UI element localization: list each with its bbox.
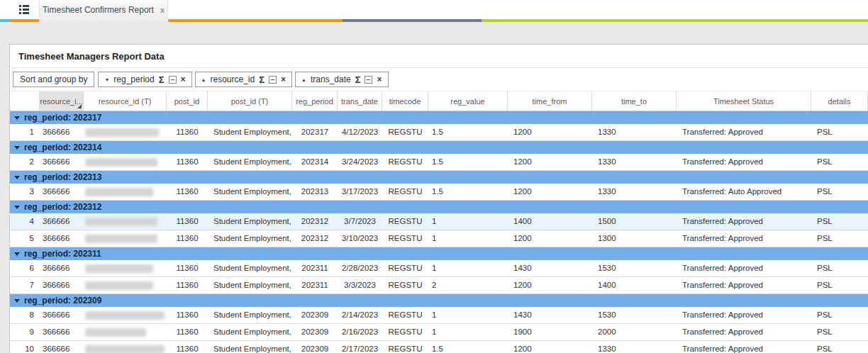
cell-reg_value: 1.5	[428, 124, 508, 140]
cell-post_id_t: Student Employment, ...	[208, 124, 292, 140]
group-collapse-icon[interactable]	[14, 252, 20, 256]
column-header-time_from[interactable]: time_from	[508, 91, 592, 111]
chip-label: resource_id	[210, 74, 255, 84]
column-header-resource_id[interactable]: resource_i...	[40, 91, 84, 111]
cell-post_id: 11360	[167, 213, 208, 230]
cell-resource_name	[84, 213, 167, 230]
cell-post_id: 11360	[167, 154, 208, 170]
group-chip-trans_date[interactable]: ▲trans_dateΣ×	[295, 72, 388, 87]
column-header-resource_name[interactable]: resource_id (T)	[84, 91, 167, 111]
cell-timecode: REGSTU	[382, 277, 428, 293]
sort-asc-icon: ▲	[301, 77, 306, 82]
cell-post_id_t: Student Employment, ...	[208, 341, 292, 353]
cell-num: 8	[10, 307, 40, 323]
cell-reg_period: 202314	[292, 154, 338, 170]
group-row[interactable]: reg_period: 202314	[10, 141, 868, 154]
redacted-name	[85, 311, 165, 320]
group-label: reg_period: 202313	[24, 172, 101, 182]
column-header-details[interactable]: details	[811, 91, 868, 111]
table-row[interactable]: 236666611360Student Employment, ...20231…	[10, 154, 868, 171]
table-row[interactable]: 1036666611360Student Employment, ...2023…	[10, 341, 868, 353]
cell-status: Transferred: Approved	[677, 230, 811, 247]
sum-icon[interactable]: Σ	[355, 75, 361, 84]
group-label: reg_period: 202312	[24, 202, 101, 212]
cell-trans_date: 2/16/2023	[338, 324, 382, 340]
cell-resource_name	[84, 124, 167, 140]
group-chip-resource_id[interactable]: ▲resource_idΣ×	[195, 72, 292, 87]
cell-resource_name	[84, 307, 167, 323]
cell-trans_date: 4/12/2023	[338, 124, 382, 140]
cell-details: PSL	[811, 124, 868, 140]
table-row[interactable]: 736666611360Student Employment, ...20231…	[10, 277, 868, 294]
report-panel: Timesheet Managers Report Data Sort and …	[9, 44, 868, 353]
collapse-icon[interactable]	[169, 76, 177, 84]
group-collapse-icon[interactable]	[14, 176, 20, 179]
cell-post_id_t: Student Employment, ...	[208, 324, 292, 340]
cell-time_from: 1430	[508, 307, 592, 323]
cell-reg_period: 202311	[292, 277, 338, 293]
table-row[interactable]: 936666611360Student Employment, ...20230…	[10, 324, 868, 341]
column-header-num[interactable]	[10, 91, 40, 111]
cell-reg_period: 202313	[292, 184, 338, 200]
menu-button[interactable]	[9, 0, 39, 19]
group-collapse-icon[interactable]	[14, 206, 20, 209]
table-row[interactable]: 636666611360Student Employment, ...20231…	[10, 260, 868, 277]
cell-post_id_t: Student Employment, ...	[208, 277, 292, 293]
cell-reg_value: 1.5	[428, 154, 508, 170]
cell-reg_period: 202309	[292, 341, 338, 353]
cell-timecode: REGSTU	[382, 213, 428, 230]
remove-group-icon[interactable]: ×	[281, 75, 286, 84]
column-header-time_to[interactable]: time_to	[592, 91, 677, 111]
column-header-post_id_t[interactable]: post_id (T)	[208, 91, 292, 111]
group-collapse-icon[interactable]	[14, 116, 20, 120]
table-row[interactable]: 436666611360Student Employment, ...20231…	[10, 213, 868, 230]
table-row[interactable]: 136666611360Student Employment, ...20231…	[10, 124, 868, 141]
column-header-trans_date[interactable]: trans_date	[338, 91, 382, 111]
remove-group-icon[interactable]: ×	[181, 75, 186, 84]
cell-time_from: 1200	[508, 341, 592, 353]
cell-time_from: 1200	[508, 184, 592, 200]
column-header-reg_value[interactable]: reg_value	[428, 91, 508, 111]
sum-icon[interactable]: Σ	[159, 75, 165, 84]
table-row[interactable]: 336666611360Student Employment, ...20231…	[10, 184, 868, 201]
group-row[interactable]: reg_period: 202317	[10, 111, 868, 124]
table-row[interactable]: 536666611360Student Employment, ...20231…	[10, 230, 868, 247]
sort-group-toolbar: Sort and group by ▼reg_periodΣ×▲resource…	[10, 68, 868, 91]
column-header-reg_period[interactable]: reg_period	[292, 91, 338, 111]
cell-num: 5	[10, 230, 40, 247]
column-header-status[interactable]: Timesheet Status	[677, 91, 811, 111]
sorted-column-icon	[77, 104, 82, 108]
tab-timesheet-confirmers-report[interactable]: Timesheet Confirmers Report x	[39, 0, 168, 19]
group-chip-reg_period[interactable]: ▼reg_periodΣ×	[98, 72, 191, 87]
group-collapse-icon[interactable]	[14, 146, 20, 150]
remove-group-icon[interactable]: ×	[377, 75, 382, 84]
cell-reg_period: 202309	[292, 324, 338, 340]
cell-timecode: REGSTU	[382, 230, 428, 247]
group-row[interactable]: reg_period: 202309	[10, 294, 868, 307]
cell-details: PSL	[811, 184, 868, 200]
column-header-post_id[interactable]: post_id	[167, 91, 208, 111]
cell-num: 9	[10, 324, 40, 340]
group-collapse-icon[interactable]	[14, 299, 20, 303]
sum-icon[interactable]: Σ	[259, 75, 265, 84]
group-row[interactable]: reg_period: 202311	[10, 247, 868, 260]
cell-time_to: 1530	[592, 307, 677, 323]
column-header-timecode[interactable]: timecode	[382, 91, 428, 111]
cell-details: PSL	[811, 213, 868, 230]
cell-num: 7	[10, 277, 40, 293]
tab-close-icon[interactable]: x	[160, 6, 165, 14]
cell-time_to: 1500	[592, 213, 677, 230]
table-row[interactable]: 836666611360Student Employment, ...20230…	[10, 307, 868, 324]
cell-resource_name	[84, 260, 167, 276]
collapse-icon[interactable]	[365, 76, 372, 84]
group-label: reg_period: 202314	[24, 142, 101, 152]
group-row[interactable]: reg_period: 202312	[10, 201, 868, 213]
cell-num: 10	[10, 341, 40, 353]
cell-post_id_t: Student Employment, ...	[208, 154, 292, 170]
cell-trans_date: 3/24/2023	[338, 154, 382, 170]
sort-and-group-button[interactable]: Sort and group by	[13, 72, 94, 87]
redacted-name	[85, 188, 153, 196]
group-row[interactable]: reg_period: 202313	[10, 171, 868, 184]
collapse-icon[interactable]	[269, 76, 277, 84]
cell-post_id_t: Student Employment, ...	[208, 184, 292, 200]
